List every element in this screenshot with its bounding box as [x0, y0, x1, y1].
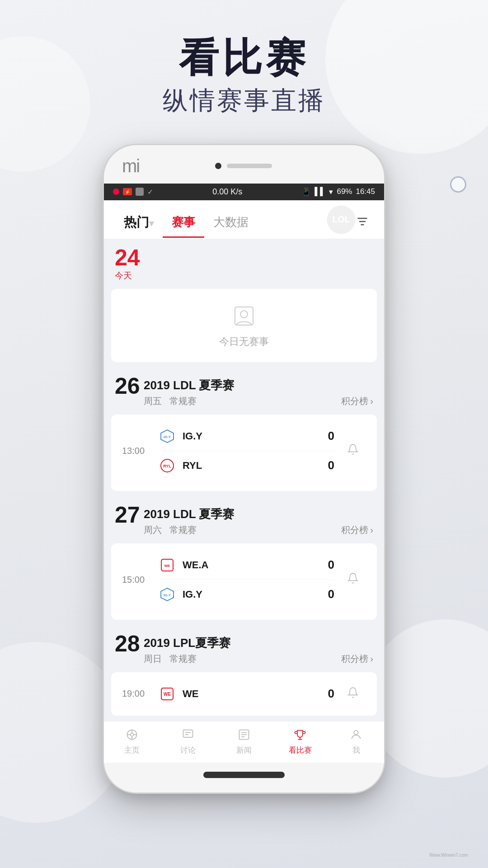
bell-icon-27[interactable] [340, 572, 366, 587]
match-time-row-26: 13:00 IG.Y [122, 422, 366, 480]
date-block-26: 26 2019 LDL 夏季赛 周五 常规赛 积分榜 [104, 368, 384, 496]
today-empty-text: 今日无赛事 [219, 335, 269, 349]
app-nav: LOL 热门▾ 赛事 大数据 [104, 200, 384, 239]
date26-meta: 周五 常规赛 积分榜 › [144, 395, 373, 407]
match-time-27: 15:00 [122, 575, 154, 585]
score1-27: 0 [321, 558, 334, 572]
tab-watch-label: 看比赛 [289, 745, 312, 755]
svg-text:WE: WE [164, 692, 171, 697]
date26-num: 26 [115, 375, 140, 397]
match-card-inner-27: 15:00 WE WE.A [111, 543, 377, 620]
status-left: ⚡ ✓ [113, 188, 153, 196]
bottom-tab-me[interactable]: 我 [328, 727, 384, 755]
status-bar: ⚡ ✓ 0.00 K/s 📱 ▌▌ ▾ 69% 16:45 [104, 184, 384, 200]
status-signal: ▌▌ [314, 187, 325, 196]
svg-text:LOL: LOL [332, 214, 350, 224]
svg-point-6 [240, 311, 248, 318]
date27-num-col: 27 [115, 504, 140, 526]
svg-text:IG.Y: IG.Y [164, 435, 171, 439]
match-card-28: 19:00 WE WE [111, 672, 377, 716]
match-team2-row-26: RYL RYL 0 [159, 451, 334, 480]
match-teams-27: WE WE.A 0 [159, 551, 334, 609]
bottom-tab-home[interactable]: 主页 [104, 727, 160, 755]
match-team1-row-27: WE WE.A 0 [159, 551, 334, 580]
match-time-28: 19:00 [122, 689, 154, 699]
tab-home-label: 主页 [124, 745, 140, 755]
today-empty-card: 今日无赛事 [111, 289, 377, 362]
svg-point-18 [131, 733, 134, 736]
date28-day: 周日 常规赛 [144, 653, 197, 665]
date27-standings[interactable]: 积分榜 › [341, 524, 373, 536]
date26-num-col: 26 [115, 375, 140, 397]
main-title: 看比赛 [0, 36, 488, 80]
bottom-tab-news[interactable]: 新闻 [216, 727, 272, 755]
discussion-icon [180, 727, 196, 742]
svg-rect-23 [183, 730, 193, 737]
page-header: 看比赛 纵情赛事直播 [0, 0, 488, 118]
svg-text:Www.Winwin7.com: Www.Winwin7.com [429, 853, 468, 858]
main-subtitle: 纵情赛事直播 [0, 84, 488, 118]
date28-meta: 周日 常规赛 积分榜 › [144, 653, 373, 665]
team-icon-igy-1: IG.Y [159, 428, 175, 444]
date27-league: 2019 LDL 夏季赛 [144, 506, 373, 522]
bell-icon-28[interactable] [340, 686, 366, 702]
bottom-tab-bar: 主页 讨论 [104, 721, 384, 763]
match-card-26: 13:00 IG.Y [111, 415, 377, 491]
svg-point-30 [354, 730, 358, 734]
news-icon [236, 727, 252, 742]
tab-news-label: 新闻 [236, 745, 252, 755]
date28-header: 28 2019 LPL夏季赛 周日 常规赛 积分榜 [104, 632, 384, 669]
date26-standings[interactable]: 积分榜 › [341, 395, 373, 407]
score1-26: 0 [321, 429, 334, 443]
date26-info: 2019 LDL 夏季赛 周五 常规赛 积分榜 › [144, 375, 373, 407]
svg-rect-5 [235, 307, 253, 325]
match-card-inner-28: 19:00 WE WE [111, 672, 377, 716]
tab-discussion-label: 讨论 [180, 745, 196, 755]
match-team1-row-26: IG.Y IG.Y 0 [159, 422, 334, 451]
bottom-tab-watch[interactable]: 看比赛 [272, 727, 328, 755]
nav-tab-bigdata[interactable]: 大数据 [204, 208, 258, 238]
bell-icon-26[interactable] [340, 443, 366, 458]
nav-tab-hot[interactable]: 热门▾ [115, 208, 163, 239]
match-content: 24 今天 今日无赛事 [104, 239, 384, 721]
home-icon [124, 727, 140, 742]
match-team2-row-27: IG.Y IG.Y 0 [159, 580, 334, 609]
team1-name-26: IG.Y [183, 430, 314, 442]
status-phone-icon: 📱 [301, 187, 311, 197]
app-watermark-logo: LOL [325, 204, 357, 236]
team-icon-we-1: WE [159, 686, 175, 702]
today-date-col: 24 今天 [115, 246, 140, 282]
score1-28: 0 [321, 687, 334, 701]
date28-num-col: 28 [115, 632, 140, 655]
bottom-tab-discussion[interactable]: 讨论 [160, 727, 216, 755]
date26-day: 周五 常规赛 [144, 395, 197, 407]
date-block-28: 28 2019 LPL夏季赛 周日 常规赛 积分榜 [104, 625, 384, 721]
home-bar [203, 772, 285, 778]
match-time-row-28: 19:00 WE WE [122, 679, 366, 708]
team-icon-ryl-1: RYL [159, 458, 175, 474]
phone-top-center [215, 163, 272, 169]
phone-mockup: mi ⚡ ✓ 0.00 K/s 📱 ▌▌ ▾ 69% 16:45 [0, 145, 488, 793]
team1-name-28: WE [183, 688, 314, 700]
team1-name-27: WE.A [183, 559, 314, 571]
match-team1-row-28: WE WE 0 [159, 679, 334, 708]
team-icon-wea-1: WE [159, 557, 175, 573]
date28-league: 2019 LPL夏季赛 [144, 635, 373, 651]
status-dot [113, 189, 119, 195]
date-block-today: 24 今天 今日无赛事 [104, 239, 384, 368]
match-card-inner-26: 13:00 IG.Y [111, 415, 377, 491]
mi-logo: mi [122, 156, 139, 176]
nav-tab-match[interactable]: 赛事 [163, 208, 204, 238]
camera-dot [215, 163, 221, 169]
date28-num: 28 [115, 632, 140, 655]
today-label: 今天 [115, 270, 140, 282]
status-icon-bolt: ⚡ [123, 188, 132, 195]
empty-icon [230, 302, 258, 330]
date-block-27: 27 2019 LDL 夏季赛 周六 常规赛 积分榜 [104, 496, 384, 625]
user-icon [348, 727, 364, 742]
status-battery: 69% [337, 187, 352, 196]
date27-info: 2019 LDL 夏季赛 周六 常规赛 积分榜 › [144, 504, 373, 536]
date28-standings[interactable]: 积分榜 › [341, 653, 373, 665]
svg-text:IG.Y: IG.Y [164, 593, 171, 597]
trophy-icon [292, 727, 308, 742]
